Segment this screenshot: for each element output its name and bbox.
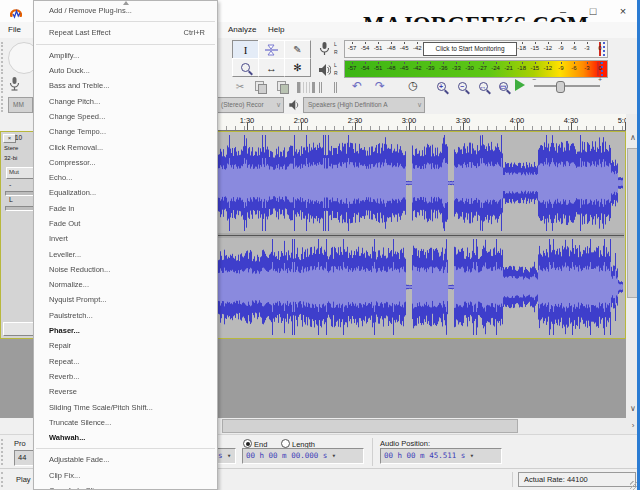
meter-tick-label: -21 (504, 65, 513, 71)
meter-tick (391, 62, 392, 64)
end-radio-icon[interactable] (243, 439, 252, 448)
copy-button[interactable] (252, 79, 270, 94)
audio-position-field[interactable]: 00 h 00 m 45.511 s ▾ (380, 448, 502, 464)
project-rate-value-fragment[interactable]: 44 (14, 450, 34, 466)
menu-item-repeat-last-effect[interactable]: Repeat Last EffectCtrl+R (34, 25, 217, 40)
meter-tick (378, 62, 379, 64)
menu-item-click-removal[interactable]: Click Removal... (34, 139, 217, 154)
meter-tick-label: -30 (465, 65, 474, 71)
play-at-speed-icon[interactable] (515, 79, 525, 91)
menu-scroll-up-icon[interactable] (123, 1, 129, 5)
menu-item-change-tempo[interactable]: Change Tempo... (34, 124, 217, 139)
menu-item-compressor[interactable]: Compressor... (34, 155, 217, 170)
menu-item-fade-in[interactable]: Fade In (34, 201, 217, 216)
menu-item-nyquist-prompt[interactable]: Nyquist Prompt... (34, 292, 217, 307)
menu-item-clip-fix[interactable]: Clip Fix... (34, 468, 217, 483)
cut-button[interactable]: ✂ (231, 79, 249, 94)
timeshift-tool-button[interactable]: ↔ (258, 58, 285, 77)
chevron-down-icon[interactable]: ▾ (227, 452, 231, 460)
toolbar-grip[interactable] (1, 96, 6, 112)
selection-tool-button[interactable]: I (232, 40, 259, 59)
zoom-tool-button[interactable] (232, 58, 259, 77)
fit-selection-button[interactable]: ↔ (474, 79, 492, 94)
menu-item-crossfade-clips[interactable]: Crossfade Clips (34, 483, 217, 490)
menu-item-wahwah[interactable]: Wahwah... (34, 430, 217, 445)
record-meter-mic-icon[interactable] (318, 41, 331, 57)
meter-tick (417, 42, 418, 44)
ruler-label: 4:30 (564, 116, 579, 125)
menu-item-change-pitch[interactable]: Change Pitch... (34, 93, 217, 108)
redo-button[interactable]: ↷ (371, 78, 389, 93)
silence-audio-button[interactable] (319, 80, 337, 95)
toolbar-grip[interactable] (1, 439, 6, 465)
menu-item-sliding-time-scale-pitch-shift[interactable]: Sliding Time Scale/Pitch Shift... (34, 399, 217, 414)
minimize-button[interactable]: – (552, 2, 574, 20)
draw-tool-button[interactable]: ✎ (284, 40, 311, 59)
close-button[interactable]: × (612, 2, 634, 20)
menu-separator (36, 448, 215, 449)
horizontal-scrollbar-thumb[interactable] (222, 419, 518, 433)
menu-item-invert[interactable]: Invert (34, 231, 217, 246)
menu-help[interactable]: Help (268, 25, 284, 34)
playback-device-select[interactable]: Speakers (High Definition A∨ (303, 97, 425, 113)
undo-button[interactable]: ↶ (348, 78, 366, 93)
toolbar-grip[interactable] (1, 77, 6, 93)
sync-lock-button[interactable]: ◷ (404, 78, 422, 93)
menu-item-normalize[interactable]: Normalize... (34, 277, 217, 292)
toolbar-grip[interactable] (1, 42, 6, 74)
pan-slider[interactable] (5, 206, 34, 211)
zoom-in-icon: + (437, 82, 446, 91)
clock-icon: ◷ (408, 79, 418, 92)
playback-speed-slider[interactable] (534, 85, 600, 87)
audio-position-label: Audio Position: (380, 439, 430, 448)
menu-item-bass-and-treble[interactable]: Bass and Treble... (34, 78, 217, 93)
menu-item-change-speed[interactable]: Change Speed... (34, 109, 217, 124)
toolbar-separator (372, 438, 373, 466)
recording-device-select[interactable]: (Stereo) Recor∨ (216, 97, 284, 113)
track-collapse-button[interactable] (3, 322, 36, 336)
menu-analyze[interactable]: Analyze (228, 25, 256, 34)
menu-item-echo[interactable]: Echo... (34, 170, 217, 185)
zoom-in-button[interactable]: + (432, 79, 450, 94)
track-control-panel: × 10 Stere 32-bi Mut - L (1, 132, 36, 338)
play-meter-speaker-icon[interactable] (318, 63, 331, 77)
selection-end-field[interactable]: 00 h 00 m 00.000 s ▾ (242, 448, 364, 464)
monitoring-tooltip[interactable]: Click to Start Monitoring (423, 42, 517, 56)
menu-item-auto-duck[interactable]: Auto Duck... (34, 63, 217, 78)
chevron-down-icon[interactable]: ▾ (470, 452, 474, 460)
fit-project-button[interactable]: ▭ (494, 79, 512, 94)
menu-item-reverb[interactable]: Reverb... (34, 369, 217, 384)
timeshift-tool-icon: ↔ (266, 62, 277, 74)
menu-item-adjustable-fade[interactable]: Adjustable Fade... (34, 452, 217, 467)
zoom-out-button[interactable]: − (453, 79, 471, 94)
menu-item-add-remove-plug-ins[interactable]: Add / Remove Plug-ins... (34, 3, 217, 18)
paste-button[interactable] (274, 79, 292, 94)
record-meter-right-label: R (334, 50, 338, 55)
multi-tool-button[interactable]: ✻ (284, 58, 311, 77)
trim-audio-button[interactable] (297, 80, 315, 95)
chevron-down-icon[interactable]: ▾ (332, 452, 336, 460)
menu-item-paulstretch[interactable]: Paulstretch... (34, 308, 217, 323)
menu-item-phaser[interactable]: Phaser... (34, 323, 217, 338)
menu-file[interactable]: File (8, 25, 21, 34)
track-title-fragment[interactable]: 10 (15, 134, 22, 141)
meter-tick (509, 62, 510, 64)
menu-item-repeat[interactable]: Repeat... (34, 354, 217, 369)
playback-meter[interactable]: -57-54-51-48-45-42-39-36-33-30-27-24-21-… (344, 60, 608, 78)
menu-item-repair[interactable]: Repair (34, 338, 217, 353)
menu-item-leveller[interactable]: Leveller... (34, 246, 217, 261)
menu-item-truncate-silence[interactable]: Truncate Silence... (34, 415, 217, 430)
menu-item-noise-reduction[interactable]: Noise Reduction... (34, 262, 217, 277)
meter-tick (561, 62, 562, 64)
menu-item-reverse[interactable]: Reverse (34, 384, 217, 399)
audio-host-select-fragment[interactable]: MM (8, 97, 33, 113)
speed-slider-thumb[interactable] (556, 81, 565, 93)
meter-tick-label: -12 (543, 65, 552, 71)
envelope-tool-button[interactable] (258, 40, 285, 59)
menu-item-amplify[interactable]: Amplify... (34, 48, 217, 63)
length-radio-icon[interactable] (281, 439, 290, 448)
maximize-button[interactable]: □ (582, 2, 604, 20)
menu-item-fade-out[interactable]: Fade Out (34, 216, 217, 231)
mute-button[interactable]: Mut (6, 167, 36, 179)
menu-item-equalization[interactable]: Equalization... (34, 185, 217, 200)
